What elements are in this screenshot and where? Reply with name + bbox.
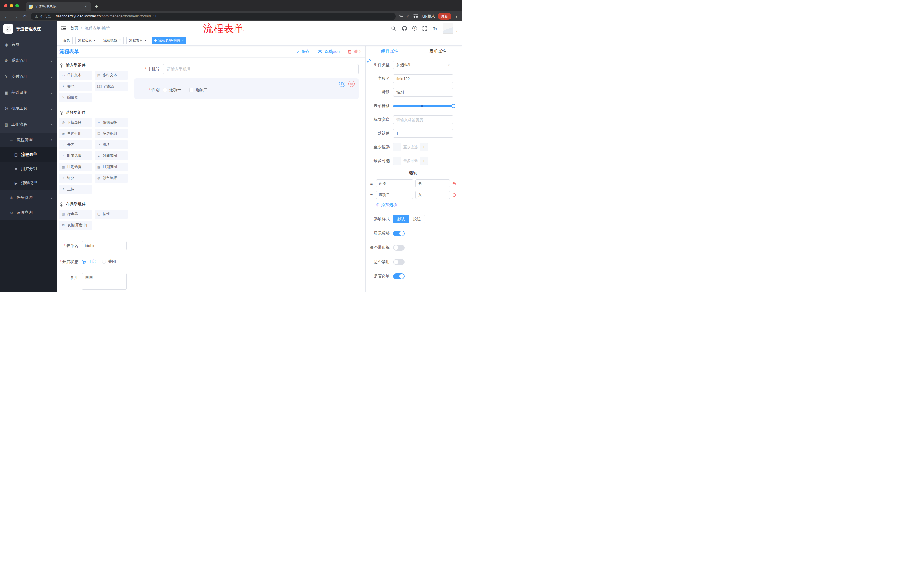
tag-process-form[interactable]: 流程表单: [126, 37, 149, 44]
with-border-toggle[interactable]: [393, 245, 404, 250]
palette-component-item[interactable]: ⊸ 滑块: [95, 140, 128, 149]
security-label[interactable]: 不安全: [40, 14, 51, 19]
add-option-button[interactable]: 添加选项: [376, 202, 456, 207]
palette-component-item[interactable]: ☑ 多选框组: [95, 129, 128, 138]
sidebar-item-leave-query[interactable]: ☺ 请假查询: [0, 205, 57, 220]
palette-component-item[interactable]: ▩ 日期范围: [95, 163, 128, 171]
field-name-input[interactable]: [393, 74, 453, 83]
slider-track[interactable]: [393, 105, 453, 107]
avatar[interactable]: [442, 23, 454, 34]
canvas-field-gender-selected[interactable]: 性别 选项一 选项二: [134, 78, 358, 99]
minimize-window-button[interactable]: [10, 4, 13, 7]
reload-button[interactable]: [22, 14, 28, 19]
fullscreen-icon[interactable]: [422, 26, 427, 31]
tag-close-icon[interactable]: [144, 39, 146, 43]
tag-process-model[interactable]: 流程模型: [101, 37, 124, 44]
sidebar-item-infrastructure[interactable]: ▣ 基础设施: [0, 85, 57, 100]
sidebar-item-user-group[interactable]: ☻ 用户分组: [0, 162, 57, 176]
checkbox-option-1[interactable]: 选项一: [163, 87, 181, 92]
forward-button[interactable]: [13, 14, 19, 19]
palette-component-item[interactable]: ◍ 颜色选择: [95, 174, 128, 183]
breadcrumb-home[interactable]: 首页: [70, 26, 78, 31]
form-name-input[interactable]: [82, 241, 127, 250]
view-json-button[interactable]: 查看json: [318, 49, 340, 54]
canvas-field-phone[interactable]: 手机号: [134, 64, 358, 74]
checkbox-option-2[interactable]: 选项二: [189, 87, 208, 92]
plus-icon[interactable]: [420, 143, 428, 151]
disabled-toggle[interactable]: [393, 259, 404, 265]
save-button[interactable]: 保存: [297, 49, 310, 54]
sidebar-item-process-form[interactable]: ▤ 流程表单: [0, 147, 57, 162]
tab-component-properties[interactable]: 组件属性: [366, 46, 414, 57]
close-window-button[interactable]: [4, 4, 7, 7]
delete-component-button[interactable]: [348, 81, 355, 87]
option-name-input[interactable]: [376, 191, 413, 199]
palette-component-item[interactable]: ◔ 时间选择: [59, 151, 92, 160]
palette-component-item[interactable]: ▥ 行容器: [59, 210, 92, 219]
palette-component-item[interactable]: ▭ 单行文本: [59, 71, 92, 80]
minus-icon[interactable]: [393, 157, 401, 165]
drag-handle-icon[interactable]: [369, 192, 374, 197]
default-value-input[interactable]: [393, 129, 453, 138]
minus-icon[interactable]: [393, 143, 401, 151]
update-button[interactable]: 更新: [438, 13, 451, 20]
browser-tab[interactable]: 芋道管理系统: [26, 2, 91, 12]
palette-component-item[interactable]: ☆ 评分: [59, 174, 92, 183]
search-icon[interactable]: [391, 26, 396, 31]
new-tab-button[interactable]: [95, 3, 98, 10]
bookmark-star-icon[interactable]: [406, 14, 410, 19]
tag-process-form-edit[interactable]: 流程表单-编辑: [152, 37, 186, 44]
radio-on[interactable]: 开启: [82, 259, 96, 264]
phone-input[interactable]: [163, 64, 358, 74]
palette-component-item[interactable]: ✎ 编辑器: [59, 93, 92, 102]
option-name-input[interactable]: [376, 179, 413, 188]
label-width-input[interactable]: [393, 115, 453, 124]
chevron-down-icon[interactable]: [456, 30, 457, 34]
github-icon[interactable]: [402, 26, 407, 31]
sidebar-item-payment-management[interactable]: ¥ 支付管理: [0, 69, 57, 85]
show-label-toggle[interactable]: [393, 230, 404, 236]
hamburger-icon[interactable]: [61, 26, 66, 31]
component-type-select[interactable]: 多选框组: [393, 61, 453, 69]
style-button-button[interactable]: 按钮: [409, 215, 425, 224]
stepper-placeholder[interactable]: 最多可选: [401, 157, 420, 165]
palette-component-item[interactable]: ⊞ 表格[开发中]: [59, 221, 92, 230]
tag-process-definition[interactable]: 流程定义: [76, 37, 98, 44]
tag-close-icon[interactable]: [119, 39, 121, 43]
tag-close-icon[interactable]: [182, 39, 184, 43]
sidebar-item-process-model[interactable]: ▶ 流程模型: [0, 176, 57, 190]
tag-close-icon[interactable]: [94, 39, 96, 43]
palette-component-item[interactable]: ⋔ 级联选择: [95, 118, 128, 127]
palette-component-item[interactable]: ◕ 时间范围: [95, 151, 128, 160]
palette-component-item[interactable]: ◉ 单选框组: [59, 129, 92, 138]
link-icon[interactable]: [366, 59, 373, 65]
palette-component-item[interactable]: ▤ 多行文本: [95, 71, 128, 80]
palette-component-item[interactable]: ▦ 日期选择: [59, 163, 92, 171]
remove-option-icon[interactable]: [452, 181, 456, 186]
back-button[interactable]: [3, 14, 10, 19]
form-remark-textarea[interactable]: 嘿嘿: [82, 273, 127, 290]
sidebar-item-dev-tools[interactable]: ⚒ 研发工具: [0, 100, 57, 117]
sidebar-item-task-management[interactable]: ⋔ 任务管理: [0, 190, 57, 205]
remove-option-icon[interactable]: [452, 192, 456, 197]
address-bar[interactable]: 不安全 dashboard.yudao.iocoder.cn/bpm/manag…: [31, 13, 396, 20]
drag-handle-icon[interactable]: [369, 181, 374, 186]
slider-handle[interactable]: [451, 104, 455, 108]
palette-component-item[interactable]: ↥ 上传: [59, 185, 92, 194]
palette-component-item[interactable]: ◎ 下拉选择: [59, 118, 92, 127]
option-value-input[interactable]: [416, 179, 450, 188]
browser-menu-icon[interactable]: [454, 14, 459, 19]
palette-component-item[interactable]: ◐ 开关: [59, 140, 92, 149]
font-size-icon[interactable]: TT: [433, 26, 437, 31]
title-input[interactable]: [393, 88, 453, 97]
sidebar-item-workflow[interactable]: ▦ 工作流程: [0, 117, 57, 133]
palette-component-item[interactable]: ∗ 密码: [59, 82, 92, 91]
help-icon[interactable]: [412, 26, 417, 31]
tab-form-properties[interactable]: 表单属性: [414, 46, 462, 57]
style-default-button[interactable]: 默认: [393, 215, 409, 224]
clear-button[interactable]: 清空: [348, 49, 361, 54]
tab-close-icon[interactable]: [84, 4, 88, 9]
required-toggle[interactable]: [393, 273, 404, 279]
form-grid-slider[interactable]: [393, 102, 453, 110]
sidebar-item-process-management[interactable]: ≣ 流程管理: [0, 133, 57, 147]
